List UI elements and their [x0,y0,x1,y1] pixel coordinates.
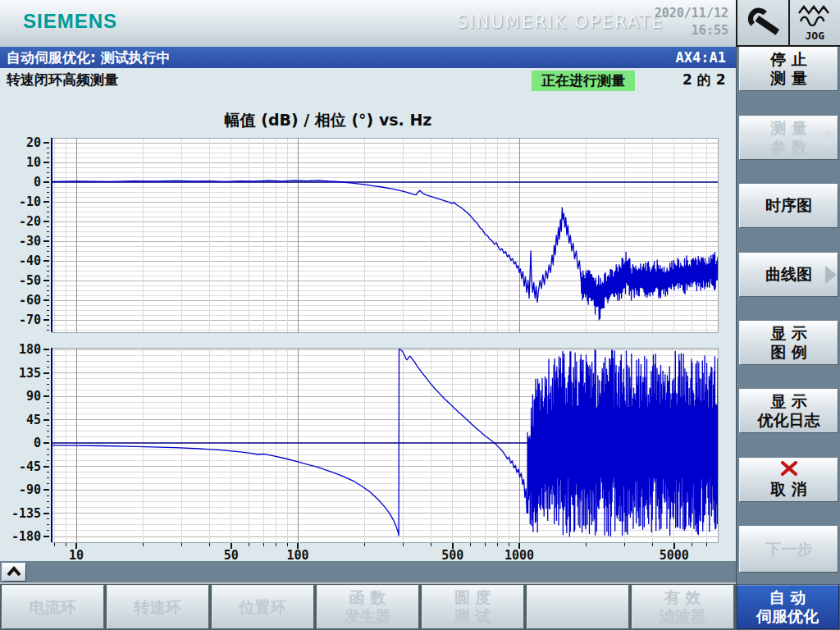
svg-text:100: 100 [286,548,308,561]
date: 2020/11/12 [655,5,728,22]
svg-text:500: 500 [441,548,463,561]
softkey-active-filters[interactable]: 有 效 滤波器 [632,585,734,629]
svg-text:45: 45 [26,413,41,427]
softkey-auto-servo-tuning[interactable]: 自 动 伺服优化 [737,585,839,629]
jog-mode-key[interactable]: JOG [788,0,840,47]
chevron-right-icon [825,266,837,284]
wrench-icon [742,4,783,42]
siemens-logo: SIEMENS [23,10,117,33]
chevron-up-icon [5,564,23,580]
softkey-show-tuning-log[interactable]: 显 示 优化日志 [739,389,838,433]
softkey-empty[interactable] [527,585,629,629]
menu-select-key[interactable] [736,0,788,47]
svg-text:-135: -135 [11,506,41,521]
svg-text:20: 20 [26,135,41,150]
datetime: 2020/11/12 16:55 [655,5,728,39]
softkey-position-loop[interactable]: 位置环 [212,585,314,629]
softkey-expand-row [0,561,736,584]
svg-text:5000: 5000 [660,548,689,561]
svg-text:-70: -70 [19,313,41,327]
horizontal-softkey-bar: 电流环 转速环 位置环 函 数 发生器 圆 度 测 试 有 效 滤波器 自 动 … [0,584,840,630]
svg-text:-50: -50 [19,273,41,288]
softkey-curve-chart[interactable]: 曲线图 [739,253,838,297]
svg-text:90: 90 [26,389,41,404]
progress-counter: 2 的 2 [682,71,726,89]
svg-text:-90: -90 [19,482,41,497]
chevron-right-icon [825,129,837,147]
svg-text:-20: -20 [19,214,41,229]
svg-text:-10: -10 [19,194,41,209]
svg-text:-30: -30 [19,234,41,249]
chart-title: 幅值 (dB) / 相位 (°) vs. Hz [33,110,623,131]
title-bar: 自动伺服优化: 测试执行中 AX4:A1 [0,47,736,68]
svg-text:1000: 1000 [504,548,534,561]
header-icon-row: JOG [736,0,840,47]
svg-text:50: 50 [224,548,239,561]
softkey-speed-loop[interactable]: 转速环 [107,585,209,629]
softkey-cancel[interactable]: 取 消 [739,458,838,502]
red-x-icon [780,461,798,480]
softkey-show-legend[interactable]: 显 示 图 例 [739,321,838,365]
measurement-name: 转速闭环高频测量 [7,71,118,89]
svg-text:-60: -60 [19,293,41,308]
bode-plot: 20100-10-20-30-40-50-60-7018013590450-45… [0,134,736,561]
softkey-current-loop[interactable]: 电流环 [2,585,104,629]
softkey-time-chart[interactable]: 时序图 [739,184,838,228]
status-badge: 正在进行测量 [532,71,635,91]
softkey-next-step[interactable]: 下一步 [739,526,838,573]
axis-badge: AX4:A1 [676,47,726,68]
svg-text:-180: -180 [11,529,41,544]
softkey-measurement-params[interactable]: 测 量 参 数 [739,116,838,160]
svg-text:180: 180 [19,342,41,357]
svg-text:0: 0 [34,175,41,189]
svg-text:-40: -40 [19,253,41,268]
expand-menu-button[interactable] [2,563,26,582]
product-name: SINUMERIK OPERATE [457,12,664,32]
svg-text:10: 10 [69,548,84,561]
softkey-circularity-test[interactable]: 圆 度 测 试 [422,585,524,629]
jog-icon [797,5,832,30]
header: SIEMENS SINUMERIK OPERATE 2020/11/12 16:… [0,0,736,47]
softkey-stop-measurement[interactable]: 停 止 测 量 [739,47,838,91]
svg-text:0: 0 [34,436,41,450]
time: 16:55 [655,22,728,39]
page-title: 自动伺服优化: 测试执行中 [7,47,171,68]
svg-text:10: 10 [26,155,41,170]
svg-text:-45: -45 [19,459,41,474]
svg-text:135: 135 [19,366,41,381]
sinumerik-screen: SIEMENS SINUMERIK OPERATE 2020/11/12 16:… [0,0,840,630]
jog-label: JOG [806,30,824,41]
softkey-function-generator[interactable]: 函 数 发生器 [317,585,419,629]
vertical-softkey-bar: 停 止 测 量 测 量 参 数 时序图 曲线图 显 示 图 例 显 示 优化日志 [736,47,840,584]
